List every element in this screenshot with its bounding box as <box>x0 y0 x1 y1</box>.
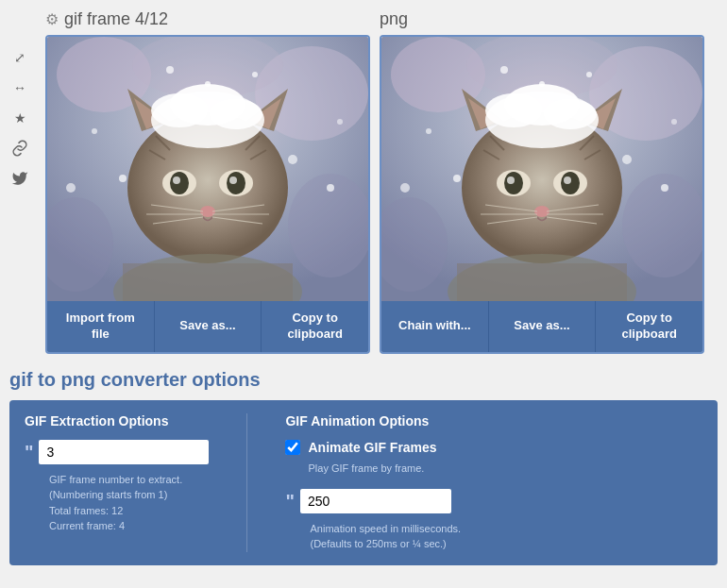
options-box: GIF Extraction Options " GIF frame numbe… <box>9 400 718 565</box>
animate-hint: Play GIF frame by frame. <box>308 462 461 474</box>
svg-point-78 <box>622 155 632 164</box>
svg-point-33 <box>119 175 127 182</box>
extraction-hint-line4: Current frame: 4 <box>49 520 125 531</box>
frame-number-input[interactable] <box>39 440 209 464</box>
gif-image <box>47 37 368 301</box>
left-panel: Import fromfile Save as... Copy toclipbo… <box>45 35 370 354</box>
animate-checkbox-label: Animate GIF Frames <box>308 440 436 455</box>
right-image-area <box>381 37 702 301</box>
svg-point-41 <box>252 72 258 77</box>
svg-point-64 <box>507 176 515 184</box>
svg-point-81 <box>671 119 677 125</box>
animate-checkbox-row: Animate GIF Frames <box>285 440 461 455</box>
svg-point-79 <box>426 128 431 134</box>
svg-point-83 <box>539 81 545 87</box>
svg-point-40 <box>166 66 174 74</box>
extraction-title: GIF Extraction Options <box>25 413 209 428</box>
svg-point-20 <box>173 176 180 184</box>
svg-point-37 <box>337 119 343 125</box>
png-image <box>381 37 702 301</box>
animation-title: GIF Animation Options <box>285 413 461 428</box>
extraction-hint: GIF frame number to extract. (Numbering … <box>49 472 209 534</box>
gear-icon[interactable]: ⚙ <box>45 10 59 28</box>
options-section: gif to png converter options GIF Extract… <box>9 369 718 565</box>
svg-point-18 <box>170 172 189 194</box>
left-panel-buttons: Import fromfile Save as... Copy toclipbo… <box>47 301 368 352</box>
expand-icon[interactable]: ⤢ <box>9 47 30 68</box>
sidebar: ⤢ ↔ ★ <box>9 9 36 189</box>
left-panel-title-text: gif frame 4/12 <box>64 9 168 29</box>
import-from-file-button[interactable]: Import fromfile <box>47 301 155 352</box>
svg-point-34 <box>288 155 297 164</box>
main-container: ⤢ ↔ ★ ⚙ gif frame 4/12 <box>0 0 727 575</box>
left-image-area <box>47 37 368 301</box>
right-panel-wrapper: png <box>380 9 704 354</box>
svg-point-80 <box>661 184 668 192</box>
left-panel-wrapper: ⚙ gif frame 4/12 <box>45 9 370 354</box>
copy-to-clipboard-left-button[interactable]: Copy toclipboard <box>262 301 368 352</box>
svg-point-82 <box>400 183 410 193</box>
svg-point-63 <box>561 172 580 194</box>
options-title: gif to png converter options <box>9 369 718 391</box>
svg-point-62 <box>504 172 523 194</box>
svg-point-77 <box>453 175 461 182</box>
svg-point-39 <box>205 81 211 87</box>
animation-speed-input[interactable] <box>300 489 451 513</box>
speed-hint: Animation speed in milliseconds. (Defaul… <box>310 521 461 552</box>
speed-hint-line1: Animation speed in milliseconds. <box>310 523 461 534</box>
extraction-hint-line1: GIF frame number to extract. <box>49 474 182 485</box>
save-as-left-button[interactable]: Save as... <box>155 301 262 352</box>
svg-point-65 <box>564 176 571 184</box>
right-panel-title-text: png <box>380 9 408 29</box>
extraction-hint-line2: (Numbering starts from 1) <box>49 489 167 500</box>
right-panel-buttons: Chain with... Save as... Copy toclipboar… <box>381 301 702 352</box>
panels-row: ⤢ ↔ ★ ⚙ gif frame 4/12 <box>9 9 718 354</box>
svg-rect-43 <box>123 263 293 301</box>
options-divider <box>246 413 247 552</box>
twitter-icon[interactable] <box>9 168 30 189</box>
chain-with-button[interactable]: Chain with... <box>381 301 489 352</box>
left-panel-title: ⚙ gif frame 4/12 <box>45 9 370 29</box>
right-panel: Chain with... Save as... Copy toclipboar… <box>380 35 704 354</box>
extraction-hint-line3: Total frames: 12 <box>49 505 123 516</box>
save-as-right-button[interactable]: Save as... <box>489 301 597 352</box>
quote-mark-1: " <box>25 443 33 462</box>
swap-icon[interactable]: ↔ <box>9 77 30 98</box>
speed-input-row: " <box>285 489 461 513</box>
star-icon[interactable]: ★ <box>9 108 30 128</box>
svg-point-76 <box>504 84 580 126</box>
speed-hint-line2: (Defaults to 250ms or ¼ sec.) <box>310 538 446 549</box>
svg-point-21 <box>229 176 237 184</box>
animate-gif-checkbox[interactable] <box>285 440 300 455</box>
quote-mark-2: " <box>285 492 294 511</box>
svg-rect-87 <box>457 263 627 301</box>
link-icon[interactable] <box>9 138 30 159</box>
animation-options-col: GIF Animation Options Animate GIF Frames… <box>285 413 461 552</box>
svg-point-38 <box>66 183 76 193</box>
svg-point-85 <box>586 72 592 77</box>
svg-point-19 <box>227 172 245 194</box>
svg-point-35 <box>92 128 97 134</box>
svg-point-36 <box>327 184 334 192</box>
svg-point-32 <box>170 84 245 126</box>
frame-input-row: " <box>25 440 209 464</box>
copy-to-clipboard-right-button[interactable]: Copy toclipboard <box>596 301 702 352</box>
extraction-options-col: GIF Extraction Options " GIF frame numbe… <box>25 413 209 552</box>
right-panel-title: png <box>380 9 704 29</box>
svg-point-84 <box>500 66 508 74</box>
